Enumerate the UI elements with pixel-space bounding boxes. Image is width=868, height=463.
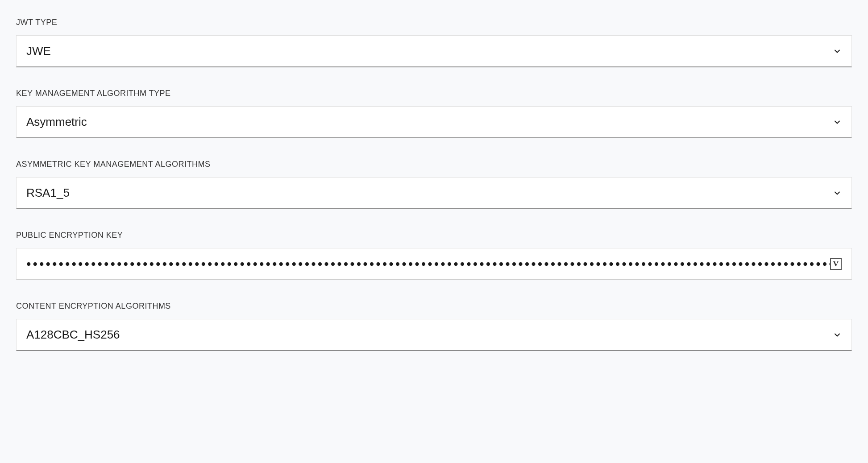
asym-key-mgmt-algo-value: RSA1_5 [26, 186, 833, 200]
key-mgmt-type-select[interactable]: Asymmetric [16, 106, 852, 138]
content-encryption-algo-select[interactable]: A128CBC_HS256 [16, 319, 852, 351]
jwt-type-value: JWE [26, 44, 833, 58]
content-encryption-algo-value: A128CBC_HS256 [26, 328, 833, 342]
chevron-down-icon [833, 47, 842, 56]
asym-key-mgmt-algo-label: ASYMMETRIC KEY MANAGEMENT ALGORITHMS [16, 160, 852, 169]
vault-icon[interactable]: V [830, 258, 842, 270]
chevron-down-icon [833, 331, 842, 339]
public-encryption-key-wrapper: V [16, 248, 852, 280]
content-encryption-algo-label: CONTENT ENCRYPTION ALGORITHMS [16, 302, 852, 311]
key-mgmt-type-label: KEY MANAGEMENT ALGORITHM TYPE [16, 89, 852, 98]
key-mgmt-type-group: KEY MANAGEMENT ALGORITHM TYPE Asymmetric [16, 89, 852, 138]
chevron-down-icon [833, 189, 842, 198]
jwt-type-label: JWT TYPE [16, 18, 852, 27]
asym-key-mgmt-algo-select[interactable]: RSA1_5 [16, 177, 852, 209]
content-encryption-algo-group: CONTENT ENCRYPTION ALGORITHMS A128CBC_HS… [16, 302, 852, 351]
public-encryption-key-input[interactable] [26, 256, 830, 272]
public-encryption-key-group: PUBLIC ENCRYPTION KEY V [16, 231, 852, 280]
key-mgmt-type-value: Asymmetric [26, 115, 833, 129]
jwt-type-select[interactable]: JWE [16, 35, 852, 67]
jwt-type-group: JWT TYPE JWE [16, 18, 852, 67]
chevron-down-icon [833, 118, 842, 127]
asym-key-mgmt-algo-group: ASYMMETRIC KEY MANAGEMENT ALGORITHMS RSA… [16, 160, 852, 209]
public-encryption-key-label: PUBLIC ENCRYPTION KEY [16, 231, 852, 240]
